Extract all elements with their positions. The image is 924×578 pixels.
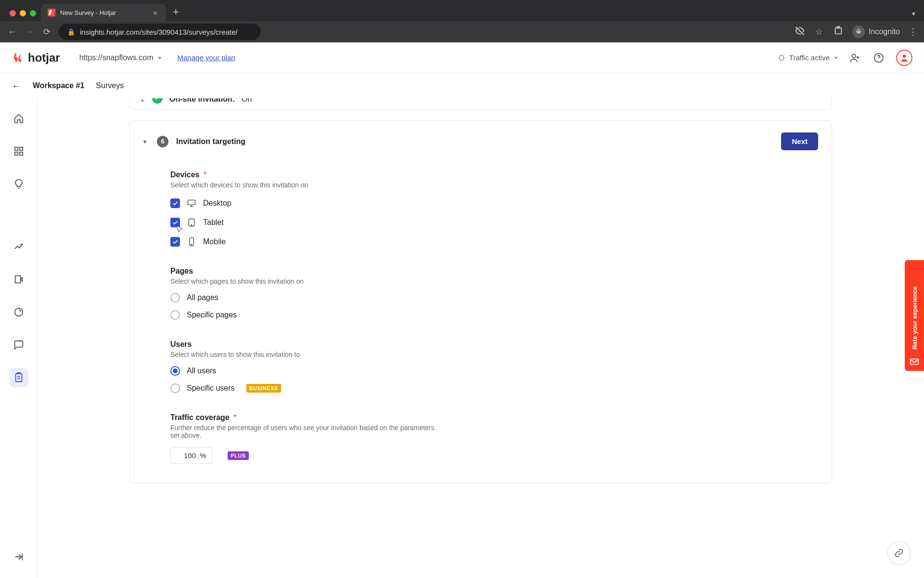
users-option-specific[interactable]: Specific users BUSINESS	[170, 383, 440, 393]
radio-unchecked-icon[interactable]	[170, 310, 180, 320]
users-option-all[interactable]: All users	[170, 366, 440, 376]
svg-rect-7	[14, 152, 17, 155]
traffic-status-dropdown[interactable]: Traffic active ▾	[779, 53, 837, 62]
pages-option-label: All pages	[187, 293, 218, 302]
svg-point-15	[191, 244, 192, 245]
browser-menu-icon[interactable]: ⋮	[909, 26, 917, 37]
next-button[interactable]: Next	[781, 132, 818, 150]
breadcrumb-bar: ← Workspace #1 Surveys	[0, 73, 924, 98]
chevron-down-icon: ▾	[158, 54, 161, 61]
sidebar-home-icon[interactable]	[9, 109, 28, 128]
radio-checked-icon[interactable]	[170, 366, 180, 376]
copy-link-fab[interactable]	[887, 541, 911, 565]
user-avatar[interactable]	[896, 50, 912, 66]
bookmark-star-icon[interactable]: ☆	[814, 26, 824, 37]
svg-rect-16	[911, 359, 919, 364]
incognito-indicator[interactable]: Incognito	[852, 26, 900, 38]
address-bar: ← → ⟳ 🔒 insights.hotjar.com/sites/309041…	[0, 21, 924, 42]
sidebar-recordings-icon[interactable]	[9, 270, 28, 289]
extensions-icon[interactable]	[833, 26, 844, 39]
svg-point-9	[14, 308, 23, 316]
tabs-menu-icon[interactable]: ▾	[912, 10, 924, 21]
mobile-icon	[187, 237, 196, 247]
window-close-button[interactable]	[10, 10, 16, 16]
site-selector[interactable]: https://snapflows.com ▾	[79, 53, 161, 62]
sidebar-collapse-icon[interactable]	[9, 547, 28, 566]
traffic-label: Traffic coverage	[170, 413, 230, 421]
traffic-status-label: Traffic active	[789, 53, 830, 62]
checkbox-checked-icon[interactable]	[170, 237, 180, 247]
device-label: Desktop	[203, 199, 231, 208]
svg-rect-0	[835, 27, 842, 34]
peek-title: On-site invitation:	[169, 98, 235, 104]
window-maximize-button[interactable]	[30, 10, 36, 16]
hotjar-flame-icon	[12, 52, 24, 64]
card-title: Invitation targeting	[176, 137, 245, 146]
lock-icon: 🔒	[67, 28, 75, 36]
pages-option-specific[interactable]: Specific pages	[170, 310, 440, 320]
device-label: Tablet	[203, 218, 224, 227]
svg-rect-6	[19, 147, 22, 150]
chevron-right-icon: ▸	[141, 98, 144, 104]
hotjar-logo[interactable]: hotjar	[12, 51, 60, 65]
logo-text: hotjar	[28, 51, 60, 65]
sidebar-heatmaps-icon[interactable]	[9, 302, 28, 322]
help-icon[interactable]	[872, 51, 886, 65]
url-field[interactable]: 🔒 insights.hotjar.com/sites/3090413/surv…	[59, 24, 261, 40]
users-help: Select which users to show this invitati…	[170, 351, 440, 358]
invitation-targeting-card: ▾ 6 Invitation targeting Next Devices * …	[129, 120, 832, 484]
device-option-mobile[interactable]: Mobile	[170, 237, 440, 247]
step-onsite-invitation-card[interactable]: ▸ ✓ On-site invitation: On	[129, 98, 832, 110]
close-tab-icon[interactable]: ×	[153, 9, 157, 17]
radio-unchecked-icon[interactable]	[170, 383, 180, 393]
breadcrumb-section[interactable]: Surveys	[96, 81, 124, 90]
eye-off-icon[interactable]	[795, 26, 805, 39]
invite-user-icon[interactable]	[848, 51, 861, 65]
rate-experience-widget[interactable]: Rate your experience	[905, 260, 924, 371]
pages-option-all[interactable]: All pages	[170, 293, 440, 302]
sidebar-feedback-icon[interactable]	[9, 335, 28, 355]
svg-rect-1	[837, 26, 840, 28]
plus-badge: PLUS	[228, 451, 248, 460]
url-text: insights.hotjar.com/sites/3090413/survey…	[80, 28, 238, 36]
checkbox-checked-icon[interactable]	[170, 198, 180, 208]
window-minimize-button[interactable]	[20, 10, 26, 16]
traffic-dot-icon	[779, 55, 784, 61]
browser-tab[interactable]: New Survey - Hotjar ×	[41, 4, 166, 21]
nav-reload-icon[interactable]: ⟳	[41, 26, 52, 37]
devices-section: Devices * Select which devices to show t…	[170, 171, 440, 247]
traffic-percentage-input[interactable]: %	[170, 447, 212, 464]
chevron-down-icon: ▾	[834, 54, 837, 61]
new-tab-button[interactable]: +	[166, 6, 186, 21]
back-arrow-icon[interactable]: ←	[12, 80, 21, 92]
traffic-value-field[interactable]	[177, 451, 196, 460]
device-option-tablet[interactable]: Tablet	[170, 218, 440, 227]
chevron-down-icon[interactable]: ▾	[143, 138, 149, 145]
tab-strip: New Survey - Hotjar × + ▾	[0, 0, 924, 21]
checkbox-checked-icon[interactable]	[170, 218, 180, 227]
nav-forward-icon[interactable]: →	[24, 27, 35, 37]
sidebar-dashboard-icon[interactable]	[9, 142, 28, 161]
business-badge: BUSINESS	[246, 384, 281, 393]
traffic-help: Further reduce the percentage of users w…	[170, 424, 440, 439]
browser-chrome: New Survey - Hotjar × + ▾ ← → ⟳ 🔒 insigh…	[0, 0, 924, 42]
rate-experience-label: Rate your experience	[911, 286, 918, 350]
site-url: https://snapflows.com	[79, 53, 154, 62]
window-controls	[5, 10, 41, 21]
breadcrumb-workspace[interactable]: Workspace #1	[33, 81, 84, 90]
device-option-desktop[interactable]: Desktop	[170, 198, 440, 208]
hotjar-favicon-icon	[48, 9, 55, 16]
radio-unchecked-icon[interactable]	[170, 293, 180, 302]
percent-unit: %	[200, 451, 206, 460]
pages-option-label: Specific pages	[187, 311, 237, 319]
svg-rect-10	[15, 374, 22, 382]
peek-status: On	[242, 98, 252, 104]
desktop-icon	[187, 198, 196, 208]
manage-plan-link[interactable]: Manage your plan	[178, 53, 235, 62]
nav-back-icon[interactable]: ←	[7, 27, 17, 37]
traffic-coverage-section: Traffic coverage * Further reduce the pe…	[170, 413, 440, 464]
sidebar-highlights-icon[interactable]	[9, 174, 28, 194]
sidebar-surveys-icon[interactable]	[9, 368, 28, 387]
sidebar-trends-icon[interactable]	[9, 237, 28, 256]
svg-point-2	[852, 54, 856, 57]
